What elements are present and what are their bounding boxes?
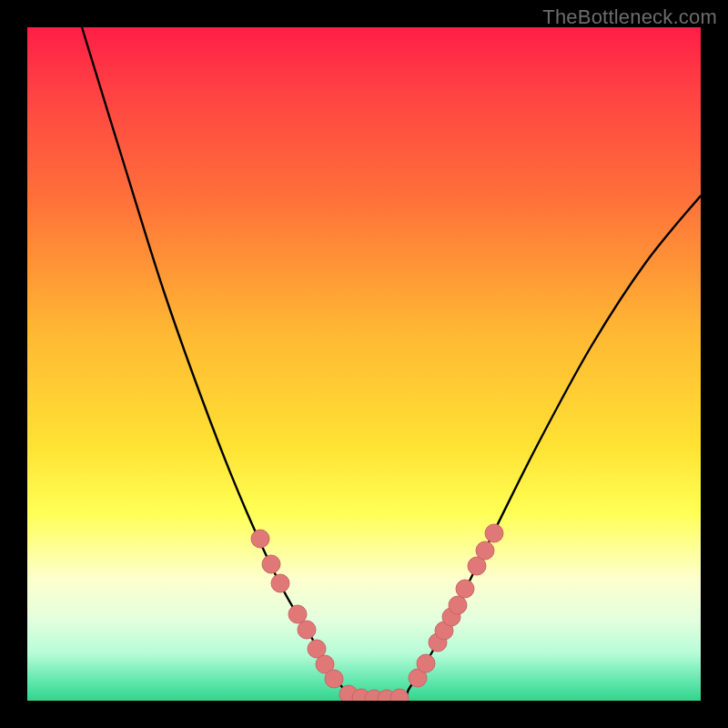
data-dot (435, 622, 453, 640)
data-dot (429, 633, 447, 652)
data-dot (316, 655, 334, 673)
data-dot (365, 690, 383, 701)
data-dot (449, 596, 467, 614)
data-dot (476, 541, 494, 560)
data-dot (325, 670, 343, 688)
data-dot (262, 555, 280, 573)
data-dot (352, 689, 370, 701)
data-dot (339, 685, 358, 701)
chart-frame: TheBottleneck.com (0, 0, 728, 728)
chart-plot-area (27, 27, 701, 701)
data-dot (308, 640, 326, 658)
data-dot (468, 557, 486, 575)
data-dot (288, 605, 307, 623)
data-dot (251, 530, 269, 548)
data-dot (409, 669, 427, 687)
watermark-text: TheBottleneck.com (542, 5, 717, 29)
data-dot (298, 621, 316, 639)
bottleneck-curve (27, 27, 701, 701)
data-dot (456, 580, 474, 598)
data-dot (442, 608, 460, 626)
data-dot (485, 524, 503, 542)
curve-line (82, 27, 701, 700)
data-dot (417, 654, 435, 672)
data-dot (271, 574, 289, 592)
data-dots (251, 524, 503, 701)
data-dot (378, 690, 396, 701)
data-dot (390, 689, 409, 701)
